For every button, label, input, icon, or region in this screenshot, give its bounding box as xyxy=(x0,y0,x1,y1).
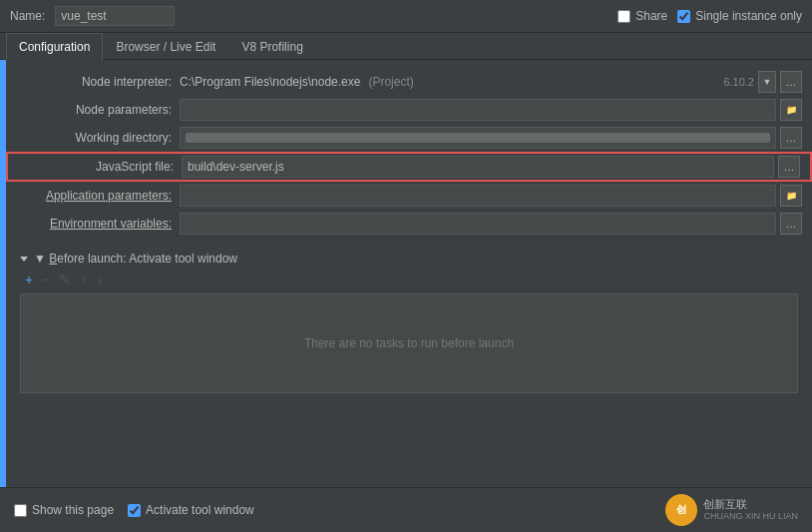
run-configuration-dialog: Name: Share Single instance only Configu… xyxy=(0,0,812,532)
bottom-bar: Show this page Activate tool window 创 创新… xyxy=(0,487,812,532)
single-instance-checkbox-group: Single instance only xyxy=(677,9,802,23)
activate-tool-label: Activate tool window xyxy=(146,503,254,517)
top-bar: Name: Share Single instance only xyxy=(0,0,812,33)
application-parameters-row: Application parameters: 📁 xyxy=(6,182,812,210)
add-task-button[interactable]: + xyxy=(22,271,36,287)
node-interpreter-dropdown[interactable]: ▼ xyxy=(758,71,776,93)
before-launch-header: ▼ Before launch: Activate tool window xyxy=(20,252,798,266)
environment-variables-browse[interactable]: … xyxy=(780,213,802,235)
share-label: Share xyxy=(635,9,667,23)
working-directory-label: Working directory: xyxy=(20,131,180,145)
name-label: Name: xyxy=(10,9,45,23)
move-up-button[interactable]: ↑ xyxy=(77,271,90,287)
show-page-label: Show this page xyxy=(32,503,114,517)
tab-v8-profiling[interactable]: V8 Profiling xyxy=(228,33,315,60)
working-directory-browse[interactable]: … xyxy=(780,127,802,149)
node-parameters-label: Node parameters: xyxy=(20,103,180,117)
environment-variables-row: Environment variables: … xyxy=(6,210,812,238)
application-parameters-label: Application parameters: xyxy=(20,189,180,203)
single-instance-label: Single instance only xyxy=(695,9,802,23)
watermark-text: 创新互联 CHUANG XIN HU LIAN xyxy=(703,497,798,523)
javascript-file-field: … xyxy=(182,156,800,178)
watermark-icon: 创 xyxy=(665,494,697,526)
application-parameters-browse[interactable]: 📁 xyxy=(780,185,802,207)
javascript-file-row: JavaScript file: … xyxy=(6,152,812,182)
no-tasks-message: There are no tasks to run before launch xyxy=(304,336,514,350)
watermark-line1: 创新互联 xyxy=(703,497,798,511)
tasks-area: There are no tasks to run before launch xyxy=(20,293,798,393)
content-area: Node interpreter: C:\Program Files\nodej… xyxy=(0,60,812,487)
share-checkbox[interactable] xyxy=(617,10,630,23)
expand-icon[interactable] xyxy=(20,257,28,262)
environment-variables-field: … xyxy=(180,213,802,235)
before-launch-section: ▼ Before launch: Activate tool window + … xyxy=(6,246,812,399)
project-label: (Project) xyxy=(368,75,413,89)
node-parameters-browse[interactable]: 📁 xyxy=(780,99,802,121)
edit-task-button[interactable]: ✎ xyxy=(56,271,74,287)
show-page-checkbox[interactable] xyxy=(14,504,27,517)
move-down-button[interactable]: ↓ xyxy=(93,271,106,287)
name-input[interactable] xyxy=(55,6,175,26)
before-launch-toolbar: + − ✎ ↑ ↓ xyxy=(20,271,798,287)
javascript-file-browse[interactable]: … xyxy=(778,156,800,178)
tabs: Configuration Browser / Live Edit V8 Pro… xyxy=(0,33,812,60)
node-parameters-row: Node parameters: 📁 xyxy=(6,96,812,124)
watermark: 创 创新互联 CHUANG XIN HU LIAN xyxy=(665,494,798,526)
remove-task-button[interactable]: − xyxy=(39,271,53,287)
environment-variables-input[interactable] xyxy=(180,213,776,235)
working-directory-masked xyxy=(186,133,770,143)
environment-variables-label: Environment variables: xyxy=(20,217,180,231)
node-parameters-field: 📁 xyxy=(180,99,802,121)
share-checkbox-group: Share xyxy=(617,9,667,23)
activate-tool-checkbox[interactable] xyxy=(128,504,141,517)
node-path-text: C:\Program Files\nodejs\node.exe xyxy=(180,75,360,89)
application-parameters-field: 📁 xyxy=(180,185,802,207)
before-launch-title: ▼ Before launch: Activate tool window xyxy=(34,252,237,266)
node-interpreter-label: Node interpreter: xyxy=(20,75,180,89)
working-directory-row: Working directory: … xyxy=(6,124,812,152)
watermark-line2: CHUANG XIN HU LIAN xyxy=(703,511,798,523)
form-area: Node interpreter: C:\Program Files\nodej… xyxy=(6,60,812,487)
javascript-file-input[interactable] xyxy=(182,156,774,178)
node-version: 6.10.2 xyxy=(723,76,754,88)
tab-browser-live-edit[interactable]: Browser / Live Edit xyxy=(103,33,228,60)
divider xyxy=(6,238,812,246)
working-directory-field: … xyxy=(180,127,802,149)
node-interpreter-browse[interactable]: … xyxy=(780,71,802,93)
node-interpreter-field: C:\Program Files\nodejs\node.exe (Projec… xyxy=(180,71,802,93)
javascript-file-label: JavaScript file: xyxy=(22,160,182,174)
node-parameters-input[interactable] xyxy=(180,99,776,121)
node-interpreter-row: Node interpreter: C:\Program Files\nodej… xyxy=(6,68,812,96)
activate-tool-group: Activate tool window xyxy=(128,503,254,517)
application-parameters-input[interactable] xyxy=(180,185,776,207)
tab-configuration[interactable]: Configuration xyxy=(6,33,103,60)
show-page-group: Show this page xyxy=(14,503,114,517)
single-instance-checkbox[interactable] xyxy=(677,10,690,23)
